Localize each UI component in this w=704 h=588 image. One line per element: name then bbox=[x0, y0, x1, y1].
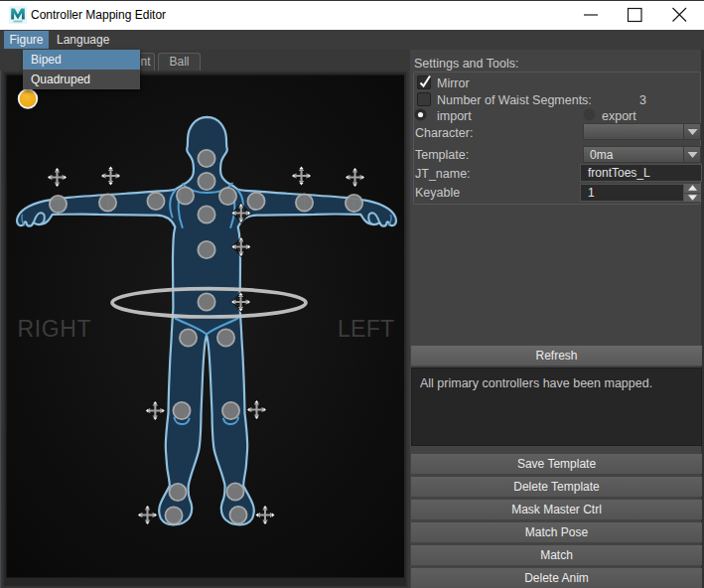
svg-text:LEFT: LEFT bbox=[338, 316, 394, 342]
svg-text:RIGHT: RIGHT bbox=[18, 316, 92, 342]
